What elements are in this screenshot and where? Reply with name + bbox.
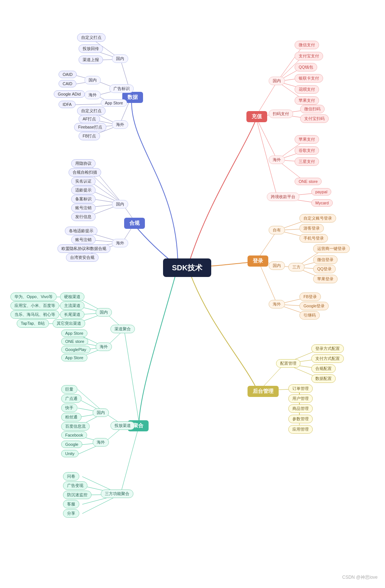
mid-ad-id: 广告标识 [109,84,134,93]
item-fensitong: 粉丝通 [61,413,82,421]
item-qq-wallet: QQ钱包 [295,63,317,71]
main-node-recharge: 充值 [246,111,267,122]
mid-login-foreign: 海外 [269,300,285,308]
item-googleplay: GooglePlay [61,346,90,353]
item-alipay-scan: 支付宝扫码 [300,114,329,123]
item-phone-login: 手机号登录 [299,234,328,243]
mid-config-mgmt: 配置管理 [276,359,301,368]
item-custom-dot1: 自定义打点 [77,33,106,42]
svg-line-72 [256,117,277,160]
item-wechat-pay: 微信支付 [295,41,319,49]
item-channel-report: 渠道上报 [79,56,103,64]
item-onestore: ONE store [61,338,88,345]
item-taptap: TapTap、B站 [17,319,49,328]
mid-scan-pay: 扫码支付 [269,110,293,118]
item-order-mgmt: 订单管理 [288,384,313,393]
item-regional-age: 各地适龄提示 [65,227,97,235]
mid-login-own: 自有 [269,226,285,234]
item-data-config: 数据配置 [311,374,336,383]
item-playback-return: 投放回传 [79,44,103,53]
item-guangdiantong: 广点通 [61,394,82,403]
main-data-label: 数据 [127,94,138,101]
item-account-cancel1: 账号注销 [71,204,96,212]
item-idfa: IDFA [59,101,76,108]
mid-channel-domestic: 国内 [96,308,112,317]
item-publish-info: 发行信息 [71,213,96,221]
main-node-backend: 后台管理 [248,386,279,397]
mid-compliance-domestic: 国内 [112,200,128,208]
item-fb-login: FB登录 [299,293,321,301]
item-kuaishou: 快手 [61,404,77,412]
item-oaid: OAID [59,71,77,78]
item-compliance-scan: 合规自检扫描 [69,168,101,177]
main-node-compliance: 合规 [124,218,145,229]
item-samsung-pay: 三星支付 [295,157,319,166]
item-carrier-login: 运营商一键登录 [313,244,350,253]
item-longtail: 长尾渠道 [60,310,84,319]
item-apple-pay2: 苹果支付 [295,135,319,144]
item-survey: 问卷 [63,472,79,481]
item-appbao: 应用宝、小米、百度等 [10,301,59,310]
item-share: 分享 [63,509,79,518]
svg-line-80 [258,230,277,259]
mid-appstore1: App Store [101,99,127,107]
mind-map-container: SDK技术 数据 国内 自定义打点 投放回传 渠道上报 广告标识 国内 海外 O… [0,0,385,588]
item-google-login: Google登录 [299,302,329,310]
mid-login-third: 三方 [288,263,305,271]
item-alipay: 支付宝支付 [295,52,323,60]
item-appstore2: App Store [61,330,87,337]
item-af-dot: AF打点 [79,115,100,123]
item-juliang: 巨量 [61,385,77,394]
item-pay-config: 支付方式配置 [311,354,344,363]
mid-channel-foreign: 海外 [96,343,112,351]
item-huabei: 花呗支付 [295,85,319,94]
item-hw-oppo: 华为、Oppo、Vivo等 [10,293,57,301]
mid-login-domestic: 国内 [269,261,285,270]
svg-line-56 [120,426,139,494]
mid-data-foreign: 海外 [112,120,128,129]
item-danle: 当乐、海马玩、初心等 [10,310,59,319]
item-apple-login: 苹果登录 [313,275,338,283]
item-google: Google [61,441,82,448]
item-custom-login: 自定义账号登录 [299,214,336,223]
item-referral-code: 引继码 [299,311,320,320]
item-user-mgmt: 用户管理 [288,394,313,403]
item-account-cancel2: 账号注销 [71,235,96,244]
item-unionpay: 银联卡支付 [295,74,323,83]
mid-ad-foreign: 海外 [84,91,101,99]
item-wechat-login: 微信登录 [313,255,338,264]
mid-recharge-domestic: 国内 [269,77,285,85]
item-taiwan-security: 台湾资安合规 [66,253,99,262]
item-firebase-dot: Firebase打点 [74,123,106,131]
item-privacy: 用隐协议 [71,159,96,168]
mid-ad-channel: 投放渠道 [110,421,135,430]
item-real-name: 实名认证 [71,177,96,186]
item-param-mgmt: 参数管理 [288,415,313,423]
mid-data-domestic: 国内 [112,54,128,63]
mid-channel-agg: 渠道聚合 [110,325,135,333]
item-age-hint: 适龄提示 [71,186,96,194]
item-facebook: Facebook [61,431,87,439]
item-app-mgmt: 应用管理 [288,425,313,434]
item-unity: Unity [61,450,79,457]
item-outstanding-channel: 其它突出渠道 [53,319,85,328]
mid-cross-pay: 跨境收款平台 [267,193,299,201]
item-paypal: paypal [311,188,331,196]
mid-ad-domestic: 国内 [84,76,101,84]
item-qq-login: QQ登录 [313,265,336,273]
item-main-channel: 主流渠道 [60,301,84,310]
item-google-adid: Google ADid [54,90,85,98]
mid-ad-foreign: 海外 [93,438,109,447]
mid-third-func: 三方功能聚合 [101,490,133,498]
item-custom-dot2: 自定义打点 [77,107,106,115]
item-ad-monetize: 广告变现 [63,481,87,490]
main-node-login: 登录 [248,255,268,267]
svg-line-30 [124,330,139,422]
item-guest-login: 游客登录 [299,224,324,233]
item-google-pay: 谷歌支付 [295,146,319,155]
item-fb-dot: FB打点 [79,132,100,140]
item-appstore3: App Store [61,354,87,361]
watermark: CSDN @神思love [342,574,378,581]
item-appstore-mid1: 硬核渠道 [60,293,84,301]
item-wechat-scan: 微信扫码 [300,105,325,113]
